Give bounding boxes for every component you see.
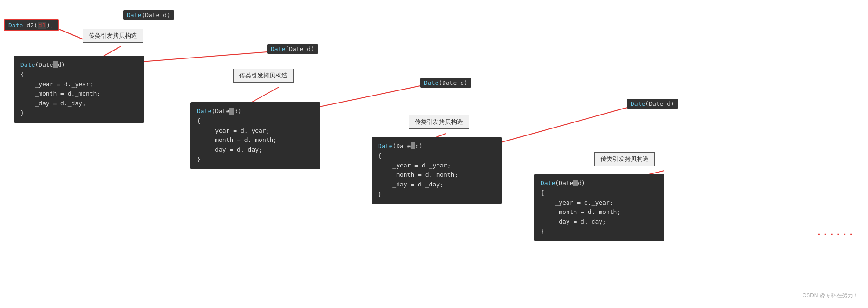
cb1-open: {	[20, 70, 137, 80]
code-block-4: Date(Date d) { _year = d._year; _month =…	[534, 174, 664, 241]
cb3-close: }	[378, 190, 495, 199]
cb2-open: {	[197, 116, 314, 126]
svg-line-9	[492, 108, 627, 145]
call-label-4: Date(Date d)	[627, 99, 678, 109]
call3-kw: Date	[424, 79, 438, 86]
ellipsis: ......	[816, 227, 855, 237]
cb3-line1: _year = d._year;	[378, 161, 495, 171]
call3-paren: (Date d)	[438, 79, 468, 86]
call4-kw: Date	[631, 100, 645, 107]
call-label-1: Date(Date d)	[123, 10, 174, 20]
call1-paren: (Date d)	[141, 12, 170, 19]
cb4-line3: _day = d._day;	[541, 217, 658, 227]
call-close: );	[46, 22, 54, 29]
cb4-line2: _month = d._month;	[541, 207, 658, 217]
call2-paren: (Date d)	[285, 45, 314, 52]
diagram-canvas: Date d2(d1); Date(Date d) 传类引发拷贝构造 Date(…	[0, 0, 868, 308]
call-label-2: Date(Date d)	[267, 44, 318, 54]
cb1-line1: _year = d._year;	[20, 80, 137, 90]
cb2-line1: _year = d._year;	[197, 126, 314, 136]
cb3-line2: _month = d._month;	[378, 170, 495, 180]
watermark: CSDN @专科在努力！	[802, 292, 859, 300]
cb3-open: {	[378, 151, 495, 161]
call-paren: (	[34, 22, 38, 29]
cb4-open: {	[541, 188, 658, 198]
cb4-header: Date(Date d)	[541, 179, 658, 188]
cb2-close: }	[197, 155, 314, 165]
call4-paren: (Date d)	[645, 100, 674, 107]
call-text2: d2	[26, 22, 34, 29]
trigger-text-3: 传类引发拷贝构造	[415, 118, 463, 125]
trigger-label-1: 传类引发拷贝构造	[83, 29, 143, 43]
cb3-line3: _day = d._day;	[378, 180, 495, 190]
call-text: Date	[8, 22, 26, 29]
trigger-label-3: 传类引发拷贝构造	[409, 115, 469, 129]
call2-kw: Date	[271, 45, 285, 52]
trigger-text-1: 传类引发拷贝构造	[89, 32, 137, 39]
cb2-line3: _day = d._day;	[197, 145, 314, 155]
cb2-line2: _month = d._month;	[197, 135, 314, 145]
svg-line-0	[56, 28, 84, 39]
code-block-3: Date(Date d) { _year = d._year; _month =…	[372, 137, 502, 204]
cb1-line2: _month = d._month;	[20, 89, 137, 99]
code-block-2: Date(Date d) { _year = d._year; _month =…	[190, 102, 320, 169]
trigger-label-4: 传类引发拷贝构造	[594, 152, 655, 166]
code-block-1: Date(Date d) { _year = d._year; _month =…	[14, 56, 144, 123]
trigger-text-2: 传类引发拷贝构造	[239, 72, 287, 79]
cb1-close: }	[20, 109, 137, 118]
cb4-line1: _year = d._year;	[541, 198, 658, 208]
call-label-3: Date(Date d)	[420, 78, 471, 88]
cb1-line3: _day = d._day;	[20, 99, 137, 109]
call-arg: d1	[38, 22, 47, 29]
cb4-close: }	[541, 227, 658, 237]
trigger-text-4: 传类引发拷贝构造	[600, 155, 649, 162]
trigger-label-2: 传类引发拷贝构造	[233, 69, 294, 83]
cb3-header: Date(Date d)	[378, 141, 495, 151]
cb2-header: Date(Date d)	[197, 107, 314, 116]
call-label-d2d1: Date d2(d1);	[4, 19, 59, 31]
call1-kw: Date	[127, 12, 141, 19]
cb1-header: Date(Date d)	[20, 60, 137, 70]
